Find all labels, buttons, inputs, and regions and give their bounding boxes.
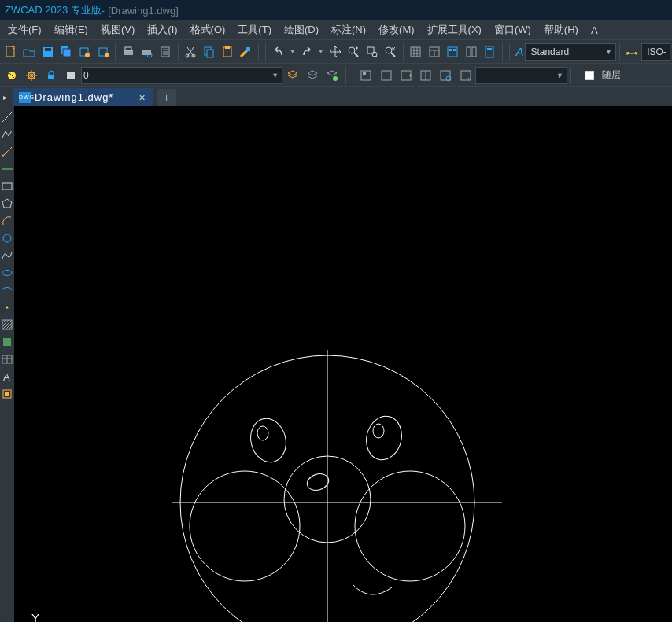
title-doc: [Drawing1.dwg] [108,5,179,17]
zoom-window-button[interactable] [364,42,380,61]
viewport-1-button[interactable] [357,66,375,85]
svg-point-64 [355,471,465,581]
menu-draw[interactable]: 绘图(D) [278,21,325,39]
text-style-dropdown[interactable]: Standard ▼ [525,43,615,61]
zoom-prev-button[interactable] [382,42,398,61]
ellipse-tool[interactable] [1,267,13,281]
layer-states-button[interactable] [323,66,342,85]
menu-tools[interactable]: 工具(T) [231,21,278,39]
point-tool[interactable] [1,301,13,315]
undo-dropdown[interactable]: ▼ [288,42,297,61]
redo-button[interactable] [298,42,315,61]
print-button[interactable] [120,42,136,61]
tab-handle-icon[interactable]: ▸ [0,88,9,106]
svg-rect-48 [2,183,12,190]
separator [578,67,578,84]
menu-ext[interactable]: 扩展工具(X) [421,21,488,39]
dim-style-icon [624,42,641,61]
svg-point-21 [349,47,355,53]
viewport-scale-dropdown[interactable]: ▼ [475,67,567,84]
svg-rect-10 [125,47,131,50]
layer-freeze-button[interactable] [22,66,40,85]
text-tool[interactable]: A [1,370,13,385]
svg-point-14 [186,54,189,57]
dim-style-dropdown[interactable]: ISO- [641,43,670,61]
design-center-button[interactable] [444,42,460,61]
menu-dimension[interactable]: 标注(N) [325,21,372,39]
menu-window[interactable]: 窗口(W) [488,21,537,39]
svg-rect-30 [467,47,471,57]
menu-format[interactable]: 格式(O) [184,21,232,39]
rectangle-tool[interactable] [1,180,13,194]
undo-button[interactable] [270,42,286,61]
chevron-down-icon: ▼ [605,48,612,56]
menu-edit[interactable]: 编辑(E) [48,21,94,39]
line-tool[interactable] [1,111,13,125]
ray-tool[interactable] [1,145,13,160]
layer-lock-button[interactable] [42,66,61,85]
svg-rect-37 [67,72,75,79]
region-tool[interactable] [1,336,13,350]
draw-toolbar-vertical: A [0,106,14,622]
print-preview-button[interactable] [138,42,155,61]
layer-dropdown[interactable]: 0 ▼ [81,67,282,84]
arc-tool[interactable] [1,215,13,229]
tool-palettes-button[interactable] [463,42,479,61]
menu-view[interactable]: 视图(V) [94,21,141,39]
tool-button-2[interactable] [94,42,111,61]
calc-button[interactable] [481,42,497,61]
menu-file[interactable]: 文件(F) [2,21,48,39]
tool-button-1[interactable] [76,42,93,61]
separator [178,43,179,61]
document-tab-active[interactable]: DWG Drawing1.dwg* × [13,88,153,106]
xline-tool[interactable] [1,163,13,177]
polyline-tool[interactable] [1,128,13,142]
copy-button[interactable] [201,42,217,61]
viewport-3-button[interactable] [397,66,415,85]
redo-dropdown[interactable]: ▼ [316,42,325,61]
paste-button[interactable] [219,42,235,61]
viewport-5-button[interactable] [437,66,455,85]
document-tab-name: Drawing1.dwg* [35,91,113,103]
spline-tool[interactable] [1,249,13,263]
viewport-6-button[interactable] [456,66,474,85]
viewport-2-button[interactable] [377,66,395,85]
layer-prev-button[interactable] [303,66,321,85]
cut-button[interactable] [182,42,198,61]
svg-rect-33 [487,48,492,50]
layer-state-button[interactable] [2,66,20,85]
table-tool[interactable] [1,353,13,367]
pan-button[interactable] [327,42,343,61]
polygon-tool[interactable] [1,197,13,212]
color-swatch[interactable] [585,71,594,80]
circle-tool[interactable] [1,232,13,246]
menu-help[interactable]: 帮助(H) [537,21,585,39]
drawing-canvas[interactable]: X Y [14,106,672,622]
viewport-4-button[interactable] [417,66,435,85]
menu-modify[interactable]: 修改(M) [372,21,421,39]
new-tab-button[interactable]: + [157,89,176,106]
save-all-button[interactable] [57,42,74,61]
open-file-button[interactable] [20,42,37,61]
table-button[interactable] [408,42,424,61]
zoom-realtime-button[interactable] [345,42,361,61]
menu-extra[interactable]: A [585,23,604,38]
save-button[interactable] [39,42,56,61]
app-name: ZWCAD 2023 专业版 [5,3,102,17]
block-tool[interactable] [1,388,13,402]
match-prop-button[interactable] [238,42,254,61]
layer-manager-button[interactable] [283,66,301,85]
hatch-tool[interactable] [1,318,13,333]
bylayer-dropdown[interactable]: 随层 [597,67,670,84]
close-tab-button[interactable]: × [138,91,146,104]
svg-rect-40 [363,72,366,75]
plus-icon: + [164,91,170,104]
new-file-button[interactable] [2,42,19,61]
ellipse-arc-tool[interactable] [1,284,13,298]
plot-button[interactable] [157,42,173,61]
menu-insert[interactable]: 插入(I) [141,21,183,39]
layer-color-button[interactable] [62,66,80,85]
svg-rect-19 [225,46,230,49]
svg-point-6 [85,53,90,57]
properties-button[interactable] [426,42,442,61]
